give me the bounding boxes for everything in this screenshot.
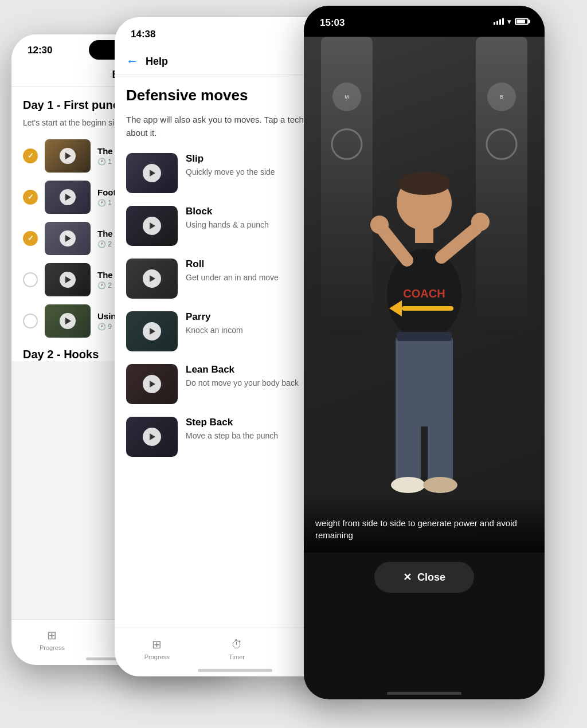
phone3-home-indicator [387,692,461,695]
svg-point-12 [391,477,425,493]
bag-logo-right: B [487,83,516,111]
arrow-shaft [402,306,453,311]
move-thumb-slip [126,153,178,193]
lesson-check-2: ✓ [23,190,38,205]
move-play-roll[interactable] [143,269,161,288]
phone2-progress-icon: ⊞ [152,637,162,651]
play-btn-1[interactable] [60,148,76,164]
svg-rect-14 [397,332,452,341]
close-label: Close [417,572,445,584]
lesson-thumb-1 [45,139,91,173]
move-thumb-lean-back [126,364,178,404]
play-btn-4[interactable] [60,272,76,288]
move-name-parry: Parry [186,311,243,323]
play-btn-3[interactable] [60,230,76,246]
phone3-status-bar: 15:03 ▾ [304,6,545,37]
svg-rect-10 [396,415,421,484]
svg-point-6 [370,216,389,234]
move-info-slip: Slip Quickly move yo the side [186,153,275,178]
lesson-thumb-2 [45,181,91,214]
phone3-wifi: ▾ [507,17,511,26]
lesson-thumb-4 [45,263,91,296]
move-play-block[interactable] [143,217,161,235]
phone3-signal [494,18,504,25]
video-caption: weight from side to side to generate pow… [304,494,545,553]
boxer-svg: COACH [350,128,499,518]
svg-point-13 [423,477,457,493]
move-play-parry[interactable] [143,322,161,340]
phone1-time: 12:30 [28,45,52,56]
phone2-tab-timer-label: Timer [229,653,245,660]
move-desc-parry: Knock an incom [186,325,243,336]
move-thumb-block [126,206,178,246]
move-desc-block: Using hands & a punch [186,220,269,231]
lesson-check-1: ✓ [23,148,38,163]
move-info-step-back: Step Back Move a step ba the punch [186,417,278,442]
phone-3-frame: 15:03 ▾ M B [304,6,545,699]
move-info-parry: Parry Knock an incom [186,311,243,336]
phone3-battery [515,18,529,25]
lesson-thumb-3 [45,222,91,255]
move-name-block: Block [186,206,269,217]
move-thumb-step-back [126,417,178,457]
lesson-thumb-5 [45,304,91,338]
phone3-time: 15:03 [320,17,345,29]
boxer-figure: COACH [350,128,499,518]
phone2-timer-icon: ⏱ [231,638,242,651]
svg-line-5 [384,232,407,260]
s2 [496,21,498,25]
move-info-roll: Roll Get under an in and move [186,259,279,284]
move-desc-lean-back: Do not move yo your body back [186,378,299,389]
phone3-status-icons: ▾ [494,17,529,26]
play-btn-5[interactable] [60,313,76,329]
svg-rect-9 [396,335,453,426]
s1 [494,22,495,25]
move-info-block: Block Using hands & a punch [186,206,269,231]
svg-point-3 [398,172,451,195]
lesson-check-5 [23,314,38,328]
progress-icon: ⊞ [47,628,57,642]
s4 [502,18,504,25]
move-play-slip[interactable] [143,164,161,182]
play-btn-2[interactable] [60,189,76,205]
move-name-step-back: Step Back [186,417,278,428]
phone2-tab-progress-label: Progress [144,653,170,660]
close-x-icon: ✕ [403,571,412,584]
arrow-indicator [390,300,453,316]
move-play-step-back[interactable] [143,428,161,446]
move-name-slip: Slip [186,153,275,165]
phone2-time: 14:38 [131,29,155,40]
svg-text:COACH: COACH [403,287,445,300]
lesson-check-4 [23,272,38,287]
move-name-roll: Roll [186,259,279,270]
move-desc-roll: Get under an in and move [186,272,279,284]
phone1-tab-progress-label: Progress [40,644,65,651]
move-desc-step-back: Move a step ba the punch [186,430,278,442]
phone2-tab-timer[interactable]: ⏱ Timer [229,638,245,660]
lesson-check-3: ✓ [23,231,38,246]
close-button-area: ✕ Close [304,553,545,610]
move-thumb-roll [126,259,178,299]
svg-point-8 [471,213,490,231]
phone2-nav-title: Help [146,56,168,68]
phone1-tab-progress[interactable]: ⊞ Progress [40,628,65,651]
back-button[interactable]: ← [126,54,139,69]
move-info-lean-back: Lean Back Do not move yo your body back [186,364,299,389]
video-area[interactable]: M B COACH [304,37,545,553]
svg-line-7 [441,229,476,257]
move-thumb-parry [126,311,178,351]
bag-logo-left: M [332,83,361,111]
arrow-head [389,300,402,316]
move-play-lean-back[interactable] [143,375,161,393]
s3 [499,19,501,25]
phone2-tab-progress[interactable]: ⊞ Progress [144,637,170,660]
phone2-home-indicator [198,669,272,672]
video-caption-text: weight from side to side to generate pow… [315,518,517,540]
move-desc-slip: Quickly move yo the side [186,167,275,178]
close-button[interactable]: ✕ Close [374,562,474,593]
svg-rect-4 [415,227,433,243]
svg-rect-11 [428,415,453,484]
move-name-lean-back: Lean Back [186,364,299,375]
